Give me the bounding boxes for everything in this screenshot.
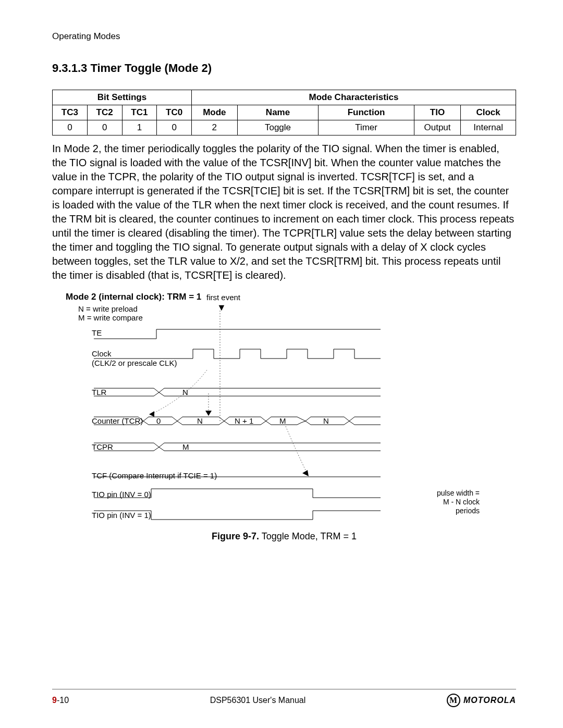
td-function: Timer: [319, 120, 414, 135]
svg-line-74: [154, 447, 159, 451]
svg-line-73: [154, 443, 159, 447]
brand-logo: M MOTOROLA: [447, 694, 516, 707]
label-clock: Clock: [92, 349, 112, 358]
svg-line-46: [219, 421, 224, 425]
th-tc1: TC1: [122, 105, 157, 120]
pulse-note-2: M - N clock: [443, 498, 480, 506]
th-mode-chars: Mode Characteristics: [192, 90, 516, 105]
page-prefix: 9: [52, 696, 57, 705]
svg-line-25: [154, 388, 159, 392]
label-counter: Counter (TCR): [92, 416, 143, 425]
val-c0: 0: [156, 416, 161, 425]
pulse-note-3: periods: [456, 507, 480, 515]
svg-line-76: [159, 447, 164, 451]
svg-line-65: [344, 417, 349, 421]
svg-line-36: [143, 421, 149, 425]
th-tc0: TC0: [157, 105, 192, 120]
val-tcpr: M: [182, 442, 189, 451]
svg-line-51: [261, 417, 266, 421]
svg-line-62: [305, 421, 311, 425]
td-tc1: 1: [122, 120, 157, 135]
table-header-group: Bit Settings Mode Characteristics: [53, 90, 516, 105]
label-tio1: TIO pin (INV = 1): [92, 511, 151, 520]
footer-center: DSP56301 User's Manual: [210, 696, 306, 705]
svg-line-35: [143, 417, 149, 421]
section-name: Timer Toggle (Mode 2): [90, 61, 212, 75]
svg-line-68: [349, 421, 354, 425]
svg-line-26: [154, 392, 159, 396]
svg-line-47: [224, 417, 229, 421]
val-c2: N + 1: [235, 416, 253, 425]
label-tcpr: TCPR: [92, 442, 113, 451]
th-name: Name: [237, 105, 319, 120]
bit-mode-table: Bit Settings Mode Characteristics TC3 TC…: [52, 90, 516, 135]
svg-line-53: [266, 417, 271, 421]
label-tlr: TLR: [92, 388, 106, 397]
td-name: Toggle: [237, 120, 319, 135]
val-tlr: N: [182, 388, 188, 397]
motorola-icon: M: [447, 694, 460, 707]
footer-rule: [52, 689, 516, 689]
page-number: 9-10: [52, 696, 69, 705]
figure-caption-bold: Figure 9-7.: [212, 531, 259, 541]
th-tio: TIO: [414, 105, 460, 120]
td-clock: Internal: [461, 120, 516, 135]
svg-line-42: [177, 421, 182, 425]
svg-line-48: [224, 421, 229, 425]
table-header-row: TC3 TC2 TC1 TC0 Mode Name Function TIO C…: [53, 105, 516, 120]
svg-line-52: [261, 421, 266, 425]
body-paragraph: In Mode 2, the timer periodically toggle…: [52, 142, 516, 282]
th-bit-settings: Bit Settings: [53, 90, 192, 105]
section-title: 9.3.1.3 Timer Toggle (Mode 2): [52, 61, 516, 75]
svg-line-40: [172, 421, 177, 425]
td-tc3: 0: [53, 120, 88, 135]
svg-line-39: [172, 417, 177, 421]
svg-line-66: [344, 421, 349, 425]
td-mode: 2: [192, 120, 238, 135]
svg-line-28: [159, 392, 164, 396]
page-suffix: -10: [57, 696, 69, 705]
label-te: TE: [92, 328, 102, 337]
svg-marker-1: [149, 411, 154, 417]
svg-line-61: [305, 417, 311, 421]
td-tc0: 0: [157, 120, 192, 135]
th-tc3: TC3: [53, 105, 88, 120]
label-tio0: TIO pin (INV = 0): [92, 490, 151, 499]
svg-line-60: [301, 421, 305, 423]
label-clock-sub: (CLK/2 or prescale CLK): [92, 359, 177, 367]
figure-caption: Figure 9-7. Toggle Mode, TRM = 1: [52, 531, 516, 542]
th-mode: Mode: [192, 105, 238, 120]
section-number: 9.3.1.3: [52, 61, 87, 75]
val-c1: N: [197, 416, 203, 425]
label-tcf: TCF (Compare Interrupt if TCIE = 1): [92, 471, 217, 480]
th-function: Function: [319, 105, 414, 120]
footer: 9-10 DSP56301 User's Manual M MOTOROLA: [52, 694, 516, 707]
page: Operating Modes 9.3.1.3 Timer Toggle (Mo…: [0, 0, 563, 728]
svg-line-67: [349, 417, 354, 421]
svg-marker-2: [205, 411, 212, 416]
pulse-note-1: pulse width =: [437, 489, 480, 497]
brand-text: MOTOROLA: [463, 696, 516, 705]
th-tc2: TC2: [87, 105, 122, 120]
svg-line-54: [266, 421, 271, 425]
svg-marker-79: [302, 470, 309, 476]
table-row: 0 0 1 0 2 Toggle Timer Output Internal: [53, 120, 516, 135]
figure-caption-text: Toggle Mode, TRM = 1: [259, 531, 357, 541]
svg-line-57: [297, 417, 301, 419]
th-clock: Clock: [461, 105, 516, 120]
svg-line-59: [301, 419, 305, 421]
val-c3: M: [279, 416, 286, 425]
td-tc2: 0: [87, 120, 122, 135]
svg-line-58: [297, 423, 301, 425]
val-c4: N: [323, 416, 329, 425]
running-header: Operating Modes: [52, 31, 516, 42]
svg-line-41: [177, 417, 182, 421]
td-tio: Output: [414, 120, 460, 135]
svg-line-27: [159, 388, 164, 392]
svg-line-75: [159, 443, 164, 447]
figure-timing-diagram: Mode 2 (internal clock): TRM = 1 N = wri…: [52, 292, 516, 558]
